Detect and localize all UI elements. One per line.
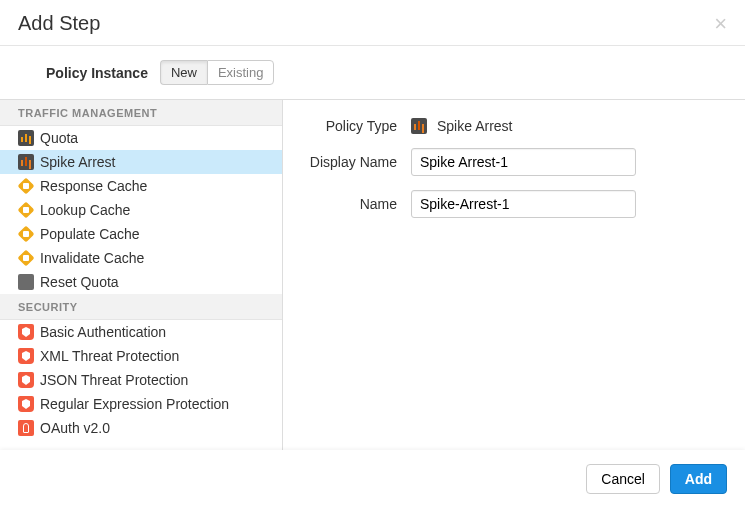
policy-list-security: Basic Authentication XML Threat Protecti…	[0, 320, 282, 440]
instance-new-button[interactable]: New	[160, 60, 207, 85]
reset-quota-icon	[18, 274, 34, 290]
policy-instance-row: Policy Instance New Existing	[0, 46, 745, 99]
policy-item-lookup-cache[interactable]: Lookup Cache	[0, 198, 282, 222]
label-display-name: Display Name	[303, 154, 411, 170]
policy-item-reset-quota[interactable]: Reset Quota	[0, 270, 282, 294]
cache-icon	[18, 178, 35, 195]
row-policy-type: Policy Type Spike Arrest	[303, 118, 725, 134]
policy-list-traffic: Quota Spike Arrest Response Cache Lookup…	[0, 126, 282, 294]
security-icon	[18, 396, 34, 412]
policy-label: Regular Expression Protection	[40, 396, 229, 412]
modal-header: Add Step ×	[0, 0, 745, 46]
policy-item-invalidate-cache[interactable]: Invalidate Cache	[0, 246, 282, 270]
add-button[interactable]: Add	[670, 464, 727, 494]
label-policy-type: Policy Type	[303, 118, 411, 134]
policy-item-populate-cache[interactable]: Populate Cache	[0, 222, 282, 246]
form-panel: Policy Type Spike Arrest Display Name Na…	[283, 100, 745, 453]
row-name: Name	[303, 190, 725, 218]
category-header-security: SECURITY	[0, 294, 282, 320]
category-header-traffic: TRAFFIC MANAGEMENT	[0, 100, 282, 126]
oauth-icon	[18, 420, 34, 436]
policy-item-response-cache[interactable]: Response Cache	[0, 174, 282, 198]
policy-label: Spike Arrest	[40, 154, 115, 170]
policy-item-xml-threat[interactable]: XML Threat Protection	[0, 344, 282, 368]
display-name-input[interactable]	[411, 148, 636, 176]
policy-item-oauth[interactable]: OAuth v2.0	[0, 416, 282, 440]
cache-icon	[18, 226, 35, 243]
modal-footer: Cancel Add	[0, 450, 745, 508]
spike-arrest-icon	[411, 118, 427, 134]
policy-type-text: Spike Arrest	[437, 118, 512, 134]
security-icon	[18, 348, 34, 364]
security-icon	[18, 324, 34, 340]
modal-title: Add Step	[18, 12, 100, 35]
policy-label: Quota	[40, 130, 78, 146]
close-icon[interactable]: ×	[714, 13, 727, 35]
instance-existing-button[interactable]: Existing	[207, 60, 275, 85]
policy-item-json-threat[interactable]: JSON Threat Protection	[0, 368, 282, 392]
policy-label: Basic Authentication	[40, 324, 166, 340]
policy-item-quota[interactable]: Quota	[0, 126, 282, 150]
policy-instance-label: Policy Instance	[46, 65, 148, 81]
content-area: TRAFFIC MANAGEMENT Quota Spike Arrest Re…	[0, 99, 745, 454]
quota-icon	[18, 130, 34, 146]
policy-label: Reset Quota	[40, 274, 119, 290]
value-policy-type: Spike Arrest	[411, 118, 512, 134]
label-name: Name	[303, 196, 411, 212]
policy-label: Populate Cache	[40, 226, 140, 242]
policy-sidebar[interactable]: TRAFFIC MANAGEMENT Quota Spike Arrest Re…	[0, 100, 283, 453]
instance-toggle: New Existing	[160, 60, 275, 85]
policy-label: JSON Threat Protection	[40, 372, 188, 388]
policy-item-regex[interactable]: Regular Expression Protection	[0, 392, 282, 416]
row-display-name: Display Name	[303, 148, 725, 176]
cache-icon	[18, 250, 35, 267]
cancel-button[interactable]: Cancel	[586, 464, 660, 494]
name-input[interactable]	[411, 190, 636, 218]
policy-label: XML Threat Protection	[40, 348, 179, 364]
policy-label: Response Cache	[40, 178, 147, 194]
policy-label: Lookup Cache	[40, 202, 130, 218]
spike-arrest-icon	[18, 154, 34, 170]
policy-item-basic-auth[interactable]: Basic Authentication	[0, 320, 282, 344]
policy-item-spike-arrest[interactable]: Spike Arrest	[0, 150, 282, 174]
security-icon	[18, 372, 34, 388]
policy-label: Invalidate Cache	[40, 250, 144, 266]
cache-icon	[18, 202, 35, 219]
policy-label: OAuth v2.0	[40, 420, 110, 436]
